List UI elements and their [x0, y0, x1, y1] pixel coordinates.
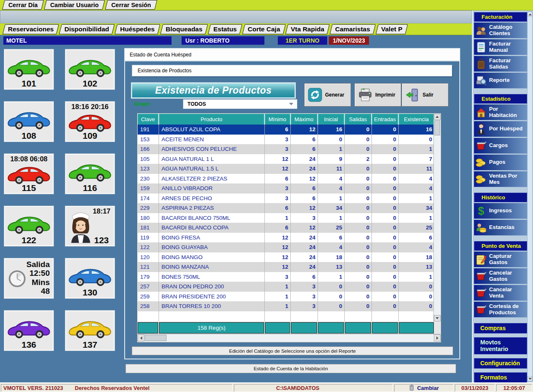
table-row[interactable]: 174ARNES DE PECHO361001	[138, 193, 434, 204]
table-row[interactable]: 121BOING MANZANA1224130013	[138, 262, 434, 272]
sidebar-button-formatos[interactable]: Formatos	[474, 372, 527, 382]
room-tile-101[interactable]: 101	[4, 49, 54, 89]
footer-cell	[372, 322, 398, 333]
salir-button[interactable]: Salir	[402, 83, 448, 107]
column-header-existencia[interactable]: Existencia	[399, 114, 435, 125]
horizontal-scrollbar[interactable]	[138, 334, 441, 341]
sidebar-item-cancelar-gastos[interactable]: Cancelar Gastos	[474, 268, 527, 284]
tab-huéspedes[interactable]: Huéspedes	[115, 24, 160, 34]
room-tile-116[interactable]: 116	[65, 154, 115, 194]
imprimir-button[interactable]: Imprimir	[354, 83, 401, 107]
table-row[interactable]: 120BOING MANGO1224180018	[138, 252, 434, 262]
tab-vta-rapida[interactable]: Vta Rapida	[285, 24, 330, 34]
empty-cell	[159, 311, 265, 322]
sidebar-item-capturar-gastos[interactable]: Capturar Gastos	[474, 252, 527, 267]
sidebar-scrollbar[interactable]	[527, 11, 533, 382]
table-row[interactable]: 230ALKASELTZER 2 PIEZAS6124004	[138, 174, 434, 184]
room-number: 122	[5, 235, 53, 245]
scroll-left-arrow[interactable]	[138, 334, 144, 341]
scroll-right-arrow[interactable]	[434, 334, 441, 341]
column-header-maximo[interactable]: Máximo	[291, 114, 318, 125]
tab-estatus[interactable]: Estatus	[208, 24, 242, 34]
vertical-scrollbar[interactable]	[433, 114, 441, 321]
column-header-clave[interactable]: Clave	[138, 114, 159, 125]
tab-valet-p[interactable]: Valet P	[376, 24, 408, 34]
sidebar-item-reporte[interactable]: Reporte	[474, 73, 527, 89]
column-header-producto[interactable]: Producto	[159, 114, 265, 125]
sidebar-item-facturar-salidas[interactable]: Facturar Salidas	[474, 56, 527, 72]
table-row[interactable]: 179BONES 750ML361001	[138, 272, 434, 282]
sidebar-item-por-habitacion[interactable]: Por Habitación	[474, 104, 527, 120]
table-row[interactable]: 259BRAN PRESIDENTE 200130000	[138, 292, 434, 302]
table-row[interactable]: 119BOING FRESA12246006	[138, 233, 434, 243]
column-header-salidas[interactable]: Salidas	[345, 114, 372, 125]
room-tile-136[interactable]: 136	[4, 311, 54, 351]
table-row[interactable]: 229ASPIRINA 2 PIEZAS612340034	[138, 203, 434, 213]
column-header-entradas[interactable]: Entradas	[372, 114, 399, 125]
group-select[interactable]: TODOS	[183, 99, 297, 109]
tab-camaristas[interactable]: Camaristas	[330, 24, 376, 34]
sidebar-item-ventas-por-mes[interactable]: Ventas Por Mes	[474, 171, 527, 187]
scroll-down-arrow[interactable]	[434, 315, 441, 321]
column-header-minimo[interactable]: Mínimo	[265, 114, 291, 125]
column-header-inicial[interactable]: Inicial	[318, 114, 345, 125]
table-row[interactable]: 180BACARDI BLANCO 750ML131001	[138, 213, 434, 223]
menu-tab-cambiar-usuario[interactable]: Cambiar Usuario	[44, 0, 105, 10]
room-tile-122[interactable]: 122	[4, 206, 54, 246]
tab-corte-caja[interactable]: Corte Caja	[242, 24, 286, 34]
sidebar-item-facturar-manual[interactable]: Facturar Manual	[474, 39, 527, 55]
sidebar-item-pagos[interactable]: Pagos	[474, 155, 527, 171]
tab-disponibilidad[interactable]: Disponibilidad	[59, 24, 115, 34]
room-tile-109[interactable]: 18:16 20:16109	[65, 102, 115, 142]
room-tile-108[interactable]: 108	[4, 102, 54, 142]
horizontal-scroll-thumb[interactable]	[145, 335, 167, 341]
table-row[interactable]: 153ACEITE MENEN360000	[138, 135, 434, 145]
generar-button[interactable]: Generar	[304, 83, 351, 107]
table-row[interactable]: 191ABSOLUT AZUL COPA612160016	[138, 125, 434, 135]
table-row[interactable]: 181BACARDI BLANCO COPA612250025	[138, 223, 434, 233]
cell-minimo: 1	[265, 292, 291, 302]
sidebar-button-compras[interactable]: Compras	[474, 323, 527, 333]
room-tile-123[interactable]: 18:17123	[65, 206, 115, 246]
cambiar-button[interactable]: Cambiar	[394, 384, 454, 392]
table-row[interactable]: 166ADHESIVOS CON PELUCHE361001	[138, 144, 434, 154]
empty-cell	[345, 311, 372, 322]
window-title: Estado de Cuenta Huésped	[125, 49, 459, 61]
tab-label: Vta Rapida	[291, 25, 324, 33]
sidebar-item-cortesia-de-productos[interactable]: Cortesia de Productos	[474, 302, 527, 318]
tab-bloqueadas[interactable]: Bloqueadas	[160, 24, 208, 34]
sidebar-scroll-down-arrow[interactable]	[528, 376, 532, 381]
room-tile-115[interactable]: 18:08 06:08115	[4, 154, 54, 194]
sidebar-item-catalogo-clientes[interactable]: Catálogo Clientes	[474, 23, 527, 38]
table-row[interactable]: 258BRAN TORRES 10 200130000	[138, 301, 434, 311]
sidebar-item-estancias[interactable]: Estancias	[474, 220, 527, 236]
table-row[interactable]: 122BOING GUAYABA12244004	[138, 242, 434, 252]
room-tile-137[interactable]: 137	[65, 311, 115, 351]
table-row[interactable]: 257BRAN DON PEDRO 200130000	[138, 282, 434, 292]
table-row[interactable]: 123AGUA NATURAL 1.5 L1224110011	[138, 164, 434, 174]
room-tile-salida[interactable]: Salida12:50Mins48	[4, 258, 54, 298]
table-row[interactable]: 105AGUA NATURAL 1 L12249207	[138, 154, 434, 164]
cell-entradas: 0	[372, 252, 399, 262]
cell-entradas: 0	[372, 223, 399, 233]
sidebar-item-por-huesped[interactable]: Por Huésped	[474, 121, 527, 137]
scroll-up-arrow[interactable]	[434, 114, 441, 120]
guest-icon	[474, 124, 487, 135]
room-tile-130[interactable]: 130	[65, 258, 115, 298]
menu-tab-cerrar-sesión[interactable]: Cerrar Sesión	[105, 0, 157, 10]
sidebar-scroll-up-arrow[interactable]	[528, 12, 532, 17]
status-bar: VMOTEL VERS. 211023 Derechos Reservados …	[0, 382, 533, 392]
empty-cell	[291, 311, 318, 322]
cart-icon	[474, 304, 487, 315]
sidebar-item-cancelar-venta[interactable]: Cancelar Venta	[474, 285, 527, 301]
vertical-scroll-thumb[interactable]	[434, 120, 440, 135]
room-tile-102[interactable]: 102	[65, 49, 115, 89]
cell-maximo: 24	[291, 252, 318, 262]
sidebar-item-ingresos[interactable]: $Ingresos	[474, 203, 527, 219]
menu-tab-cerrar-día[interactable]: Cerrar Día	[2, 0, 44, 10]
sidebar-item-cargos[interactable]: Cargos	[474, 138, 527, 154]
sidebar-button-configuracion[interactable]: Configuración	[474, 358, 527, 369]
sidebar-button-movtos-inventario[interactable]: Movtos Inventario	[474, 337, 527, 354]
table-row[interactable]: 159ANILLO VIBRADOR364004	[138, 183, 434, 193]
tab-reservaciones[interactable]: Reservaciones	[3, 24, 59, 34]
